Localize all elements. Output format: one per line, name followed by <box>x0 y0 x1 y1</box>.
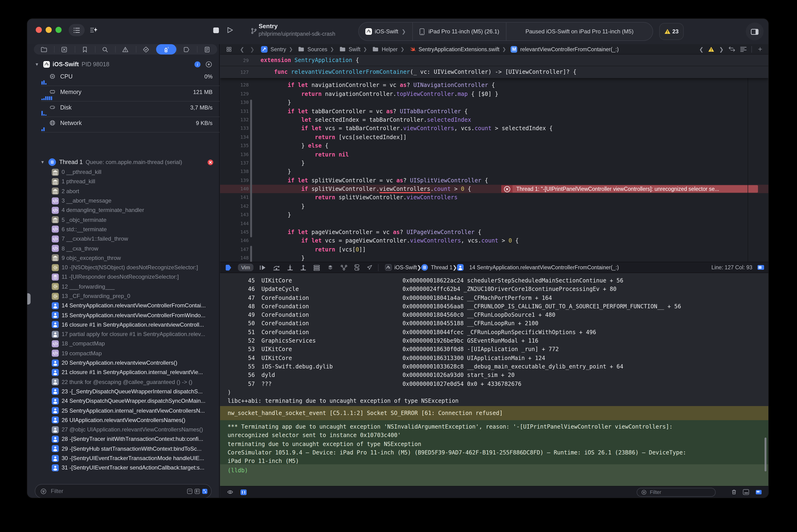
code-line[interactable]: 143 } <box>220 211 768 220</box>
stack-frame-row[interactable]: 20 SentryApplication.relevantviewControl… <box>27 358 220 368</box>
run-button[interactable] <box>224 24 236 36</box>
stack-frame-row[interactable]: 14 SentryApplication.relevantViewControl… <box>27 301 220 310</box>
stack-frame-row[interactable]: 3 __abort_message <box>27 196 220 206</box>
code-line[interactable]: 135 } else { <box>220 141 768 150</box>
thread-row[interactable]: ▼ Thread 1 Queue: com.apple.main-thread … <box>27 157 220 167</box>
breakpoints-toggle-icon[interactable] <box>225 264 232 271</box>
code-line[interactable]: 134 return [vcs[selectedIndex]] <box>220 133 768 141</box>
stack-frame-row[interactable]: 5 _objc_terminate <box>27 215 220 225</box>
stack-frame-row[interactable]: 24 SentryDispatchQueueWrapper.dispatchSy… <box>27 396 220 406</box>
info-icon[interactable]: i <box>194 61 201 68</box>
code-line[interactable]: 133 if let vcs = tabBarController.viewCo… <box>220 124 768 133</box>
flatten-toggle-icon[interactable] <box>187 489 192 494</box>
breadcrumb-2[interactable]: Sources❯ <box>298 45 337 53</box>
minimize-window-button[interactable] <box>45 27 52 33</box>
close-window-button[interactable] <box>36 27 42 33</box>
code-line[interactable]: 138 } <box>220 168 768 176</box>
sidebar-list-button[interactable] <box>69 24 85 36</box>
debug-crumb-2[interactable]: Thread 1❯ <box>422 264 457 271</box>
debug-crumb-3[interactable]: 14 SentryApplication.relevantViewControl… <box>457 264 619 271</box>
next-issue-icon[interactable]: ❯ <box>719 46 724 52</box>
toggle-right-panel-button[interactable] <box>746 22 764 40</box>
code-line[interactable]: 128 if let navigationController = vc as?… <box>220 81 768 90</box>
navigator-filter-field[interactable]: Filter <box>35 484 211 498</box>
view-mode-toggle-icon[interactable] <box>202 489 207 494</box>
minimap-icon[interactable] <box>740 46 747 52</box>
stack-frame-row[interactable]: 1 pthread_kill <box>27 177 220 187</box>
code-line[interactable]: 139 if let splitViewController = vc as? … <box>220 176 768 185</box>
memory-graph-icon[interactable] <box>327 264 334 271</box>
stack-frame-row[interactable]: 26 UIApplication.relevantViewControllers… <box>27 415 220 425</box>
scheme-segment[interactable]: iOS-Swift❯ <box>359 22 412 40</box>
stack-frame-row[interactable]: 10 -[NSObject(NSObject) doesNotRecognize… <box>27 263 220 272</box>
code-line[interactable]: 147 return [vcs[0]] <box>220 245 768 254</box>
tab-issues[interactable] <box>115 44 136 55</box>
step-out-icon[interactable] <box>300 264 307 270</box>
add-editor-icon[interactable]: ＋ <box>757 45 764 54</box>
code-review-icon[interactable] <box>728 46 736 52</box>
split-console-icon[interactable] <box>743 489 749 495</box>
code-line[interactable]: 129 return navigationController.topViewC… <box>220 90 768 98</box>
sticky-code-line[interactable]: 127 func relevantViewControllerFromConta… <box>220 66 768 78</box>
hide-debug-area-icon[interactable] <box>755 489 763 495</box>
stack-frame-row[interactable]: 22 thunk for @escaping @callee_guarantee… <box>27 377 220 387</box>
console-visibility-icon[interactable] <box>227 489 234 495</box>
prev-issue-icon[interactable]: ❮ <box>699 46 703 52</box>
stack-frame-row[interactable]: 27 @objc UIApplication.relevantViewContr… <box>27 425 220 435</box>
tab-breakpoints[interactable] <box>177 44 197 55</box>
code-line[interactable]: 132 let selectedIndex = tabBarController… <box>220 116 768 124</box>
stack-frame-row[interactable]: 13 _CF_forwarding_prep_0 <box>27 291 220 301</box>
code-line[interactable]: 146 if let vcs = pageViewController.view… <box>220 236 768 245</box>
breadcrumb-3[interactable]: Swift❯ <box>339 45 370 53</box>
clear-console-icon[interactable] <box>731 489 737 495</box>
tab-reports[interactable] <box>197 44 217 55</box>
activity-status[interactable]: Paused iOS-Swift on iPad Pro 11-inch (M5… <box>506 22 653 40</box>
code-line[interactable]: 131 if let tabBarController = vc as? UIT… <box>220 107 768 116</box>
breadcrumb-5[interactable]: SentryApplicationExtensions.swift❯ <box>409 46 509 52</box>
code-area[interactable]: 128 if let navigationController = vc as?… <box>220 55 768 262</box>
forward-button[interactable]: ❯ <box>250 46 254 52</box>
tab-project-navigator[interactable] <box>34 44 54 55</box>
stack-frame-row[interactable]: 25 SentryApplication.internal_relevantVi… <box>27 406 220 415</box>
code-line[interactable]: 144 <box>220 219 768 228</box>
environment-overrides-icon[interactable] <box>354 264 360 271</box>
code-line[interactable]: 142 } <box>220 202 768 211</box>
source-editor[interactable]: ❮ ❯ Sentry❯Sources❯Swift❯Helper❯SentryAp… <box>220 44 768 262</box>
stack-frame-row[interactable]: 6 std::__terminate <box>27 225 220 234</box>
target-icon[interactable] <box>205 61 212 68</box>
code-line[interactable]: 145 if let pageViewController = vc as? U… <box>220 228 768 236</box>
code-line[interactable]: 137 } <box>220 159 768 168</box>
chevron-down-icon[interactable]: ▼ <box>35 62 39 67</box>
thread-error-banner[interactable]: Thread 1: "-[UIPrintPanelViewController … <box>501 185 758 193</box>
stack-frame-row[interactable]: 2 abort <box>27 186 220 196</box>
breadcrumb-1[interactable]: Sentry❯ <box>261 46 296 52</box>
tab-find[interactable] <box>95 44 115 55</box>
view-hierarchy-icon[interactable] <box>313 264 320 270</box>
stack-frame-row[interactable]: 30 -[SentryUIEventTrackerTransactionMode… <box>27 454 220 463</box>
stack-frame-row[interactable]: 31 -[SentryUIEventTracker sendActionCall… <box>27 463 220 473</box>
stack-frame-row[interactable]: 18 _compactMap <box>27 339 220 349</box>
stack-frame-row[interactable]: 29 -[SentryHub startTransactionWithConte… <box>27 444 220 454</box>
tab-tests[interactable] <box>136 44 156 55</box>
stack-frame-row[interactable]: 17 partial apply for closure #1 in Sentr… <box>27 329 220 339</box>
stack-frame-row[interactable]: 4 demangling_terminate_handler <box>27 205 220 215</box>
debug-network-icon[interactable] <box>340 264 348 270</box>
vim-mode-button[interactable]: Vim <box>238 264 254 271</box>
sticky-code-line[interactable]: 29extension SentryApplication { <box>220 55 768 66</box>
pane-resize-handle[interactable] <box>27 293 31 305</box>
simulate-location-icon[interactable] <box>366 264 373 271</box>
code-line-error[interactable]: 140 if splitViewController.viewControlle… <box>220 185 768 193</box>
code-line[interactable]: 141 return splitViewController.viewContr… <box>220 193 768 202</box>
code-line[interactable]: 130 } <box>220 98 768 107</box>
stop-button[interactable] <box>210 24 222 36</box>
stack-frame-row[interactable]: 23 -[_SentryDispatchQueueWrapperInternal… <box>27 387 220 396</box>
zoom-window-button[interactable] <box>55 27 61 33</box>
step-into-icon[interactable] <box>287 264 293 270</box>
related-items-icon[interactable] <box>226 46 232 52</box>
stack-frame-row[interactable]: 7 __cxxabiv1::failed_throw <box>27 234 220 244</box>
gauge-cpu[interactable]: CPU 0% <box>41 71 220 86</box>
console-filter-field[interactable]: Filter <box>637 488 716 496</box>
process-row[interactable]: ▼ iOS-Swift PID 98018 i <box>27 59 220 70</box>
console-display-icon[interactable] <box>757 264 764 270</box>
stack-frame-row[interactable]: 0 __pthread_kill <box>27 167 220 177</box>
